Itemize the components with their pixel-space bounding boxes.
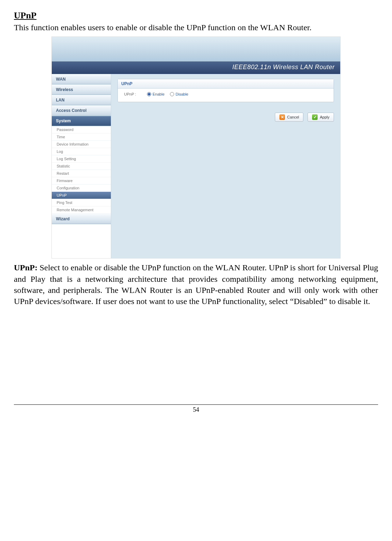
sidebar-item-password[interactable]: Password — [52, 126, 111, 133]
upnp-disable-label: Disable — [175, 92, 188, 96]
sidebar-item-firmware[interactable]: Firmware — [52, 177, 111, 185]
sidebar-group-system[interactable]: System — [52, 116, 111, 126]
panel-title: UPnP — [118, 79, 334, 89]
sidebar-group-lan[interactable]: LAN — [52, 95, 111, 105]
page-footer: 54 — [14, 404, 378, 413]
page-number: 54 — [193, 406, 199, 413]
description-lead: UPnP: — [14, 263, 38, 272]
intro-text: This function enables users to enable or… — [14, 22, 378, 33]
upnp-enable-option[interactable]: Enable — [147, 92, 164, 96]
sidebar-item-restart[interactable]: Restart — [52, 170, 111, 177]
sidebar: WAN Wireless LAN Access Control System P… — [52, 74, 111, 258]
sidebar-group-wan[interactable]: WAN — [52, 74, 111, 84]
upnp-field-row: UPnP : Enable Disable — [124, 92, 327, 96]
router-screenshot: IEEE802.11n Wireless LAN Router WAN Wire… — [51, 36, 341, 259]
upnp-field-label: UPnP : — [124, 92, 141, 96]
cancel-button-label: Cancel — [287, 115, 299, 119]
product-band: IEEE802.11n Wireless LAN Router — [52, 62, 340, 74]
section-title: UPnP — [14, 10, 378, 21]
sidebar-group-wireless[interactable]: Wireless — [52, 84, 111, 95]
upnp-disable-option[interactable]: Disable — [170, 92, 188, 96]
sidebar-item-remote-management[interactable]: Remote Management — [52, 206, 111, 214]
sidebar-item-log[interactable]: Log — [52, 148, 111, 155]
sidebar-item-statistic[interactable]: Statistic — [52, 163, 111, 170]
upnp-enable-label: Enable — [153, 92, 164, 96]
sidebar-item-upnp[interactable]: UPnP — [52, 192, 111, 199]
sidebar-item-log-setting[interactable]: Log Setting — [52, 155, 111, 163]
cancel-icon: ✕ — [279, 114, 285, 120]
upnp-disable-radio[interactable] — [170, 92, 174, 96]
content-area: UPnP UPnP : Enable Disable — [111, 74, 340, 258]
cancel-button[interactable]: ✕ Cancel — [275, 113, 303, 122]
sidebar-item-ping-test[interactable]: Ping Test — [52, 199, 111, 206]
description-body: Select to enable or disable the UPnP fun… — [14, 263, 378, 306]
sidebar-group-access-control[interactable]: Access Control — [52, 105, 111, 116]
upnp-enable-radio[interactable] — [147, 92, 151, 96]
apply-button-label: Apply — [320, 115, 329, 119]
apply-icon: ✓ — [312, 114, 318, 120]
sidebar-item-configuration[interactable]: Configuration — [52, 185, 111, 192]
top-ribbon — [52, 37, 340, 62]
upnp-panel: UPnP UPnP : Enable Disable — [117, 79, 334, 102]
button-row: ✕ Cancel ✓ Apply — [117, 113, 334, 122]
sidebar-item-device-information[interactable]: Device Information — [52, 141, 111, 148]
description-paragraph: UPnP: Select to enable or disable the UP… — [14, 262, 378, 307]
sidebar-item-time[interactable]: Time — [52, 133, 111, 141]
apply-button[interactable]: ✓ Apply — [308, 113, 334, 122]
sidebar-group-wizard[interactable]: Wizard — [52, 214, 111, 224]
